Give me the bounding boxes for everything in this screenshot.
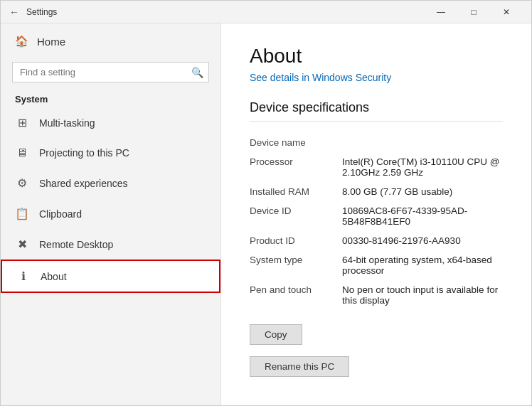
spec-label: System type bbox=[250, 250, 342, 280]
search-input[interactable] bbox=[12, 62, 209, 82]
shared-experiences-label: Shared experiences bbox=[39, 178, 128, 189]
settings-window: ← Settings — □ ✕ 🏠 Home 🔍 System ⊞ Multi… bbox=[0, 0, 532, 406]
sidebar-item-shared-experiences[interactable]: ⚙ Shared experiences bbox=[1, 168, 220, 198]
remote-desktop-icon: ✖ bbox=[15, 237, 29, 251]
home-icon: 🏠 bbox=[15, 35, 28, 48]
spec-label: Product ID bbox=[250, 231, 342, 250]
about-icon: ℹ bbox=[16, 269, 31, 283]
home-label: Home bbox=[37, 36, 65, 48]
sidebar: 🏠 Home 🔍 System ⊞ Multi-tasking 🖥 Projec… bbox=[1, 23, 221, 405]
table-row: Device ID10869AC8-6F67-4339-95AD-5B48F8B… bbox=[250, 201, 503, 231]
projecting-label: Projecting to this PC bbox=[39, 147, 129, 159]
table-row: Product ID00330-81496-21976-AA930 bbox=[250, 231, 503, 250]
remote-desktop-label: Remote Desktop bbox=[39, 239, 113, 250]
about-label: About bbox=[41, 271, 67, 282]
clipboard-label: Clipboard bbox=[39, 208, 82, 220]
spec-label: Processor bbox=[250, 152, 342, 182]
copy-button[interactable]: Copy bbox=[250, 324, 302, 345]
spec-value bbox=[342, 133, 503, 152]
sidebar-item-clipboard[interactable]: 📋 Clipboard bbox=[1, 198, 220, 229]
titlebar: ← Settings — □ ✕ bbox=[1, 1, 531, 23]
shared-experiences-icon: ⚙ bbox=[15, 176, 29, 190]
see-details-link[interactable]: See details in Windows Security bbox=[250, 72, 503, 83]
spec-value: 00330-81496-21976-AA930 bbox=[342, 231, 503, 250]
search-icon: 🔍 bbox=[191, 67, 203, 78]
rename-pc-button[interactable]: Rename this PC bbox=[250, 356, 349, 377]
window-controls: — □ ✕ bbox=[425, 1, 523, 23]
window-content: 🏠 Home 🔍 System ⊞ Multi-tasking 🖥 Projec… bbox=[1, 23, 531, 405]
page-title: About bbox=[250, 45, 503, 68]
spec-value: 10869AC8-6F67-4339-95AD-5B48F8B41EF0 bbox=[342, 201, 503, 231]
spec-label: Installed RAM bbox=[250, 182, 342, 201]
back-button[interactable]: ← bbox=[9, 6, 19, 18]
table-row: ProcessorIntel(R) Core(TM) i3-10110U CPU… bbox=[250, 152, 503, 182]
titlebar-left: ← Settings bbox=[9, 6, 57, 18]
spec-value: 8.00 GB (7.77 GB usable) bbox=[342, 182, 503, 201]
table-row: Pen and touchNo pen or touch input is av… bbox=[250, 280, 503, 310]
spec-value: No pen or touch input is available for t… bbox=[342, 280, 503, 310]
spec-label: Pen and touch bbox=[250, 280, 342, 310]
sidebar-item-multi-tasking[interactable]: ⊞ Multi-tasking bbox=[1, 107, 220, 138]
table-row: Device name bbox=[250, 133, 503, 152]
spec-value: 64-bit operating system, x64-based proce… bbox=[342, 250, 503, 280]
close-button[interactable]: ✕ bbox=[490, 1, 523, 23]
projecting-icon: 🖥 bbox=[15, 146, 29, 159]
search-container: 🔍 bbox=[12, 62, 209, 82]
spec-label: Device ID bbox=[250, 201, 342, 231]
clipboard-icon: 📋 bbox=[15, 207, 29, 220]
sidebar-item-remote-desktop[interactable]: ✖ Remote Desktop bbox=[1, 229, 220, 260]
device-specs-title: Device specifications bbox=[250, 100, 503, 122]
maximize-button[interactable]: □ bbox=[457, 1, 490, 23]
window-title: Settings bbox=[26, 7, 57, 17]
multi-tasking-label: Multi-tasking bbox=[39, 117, 95, 129]
sidebar-home-item[interactable]: 🏠 Home bbox=[1, 23, 220, 59]
spec-label: Device name bbox=[250, 133, 342, 152]
spec-value: Intel(R) Core(TM) i3-10110U CPU @ 2.10GH… bbox=[342, 152, 503, 182]
sidebar-item-projecting[interactable]: 🖥 Projecting to this PC bbox=[1, 138, 220, 168]
action-buttons: Copy Rename this PC bbox=[250, 324, 503, 384]
multi-tasking-icon: ⊞ bbox=[15, 116, 29, 129]
main-content: About See details in Windows Security De… bbox=[221, 23, 531, 405]
sidebar-section-system: System bbox=[1, 88, 220, 107]
sidebar-item-about[interactable]: ℹ About bbox=[1, 260, 220, 293]
minimize-button[interactable]: — bbox=[425, 1, 457, 23]
table-row: System type64-bit operating system, x64-… bbox=[250, 250, 503, 280]
table-row: Installed RAM8.00 GB (7.77 GB usable) bbox=[250, 182, 503, 201]
specs-table: Device nameProcessorIntel(R) Core(TM) i3… bbox=[250, 133, 503, 310]
